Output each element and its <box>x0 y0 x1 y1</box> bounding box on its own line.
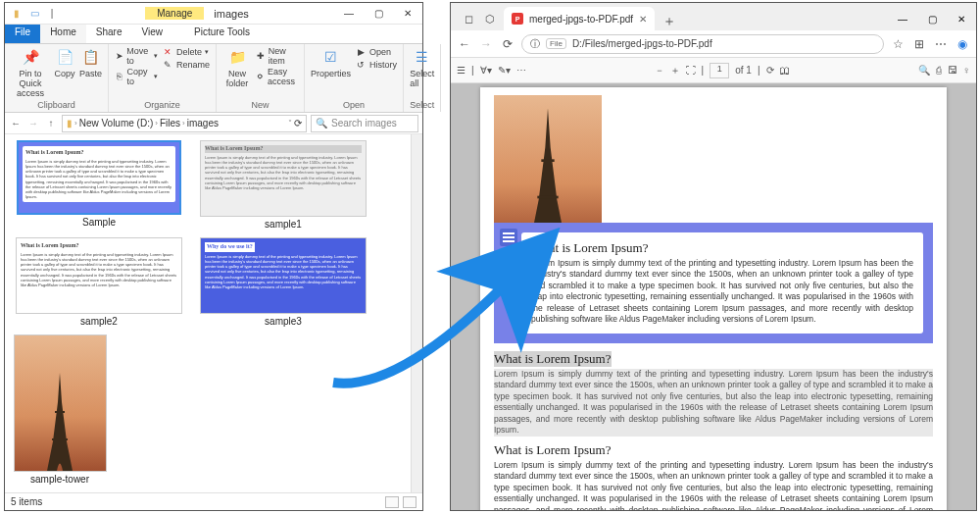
browser-tab[interactable]: P merged-jpgs-to-PDF.pdf ✕ <box>504 7 655 30</box>
rename-button[interactable]: ✎Rename <box>162 59 210 71</box>
crumb-files[interactable]: Files <box>160 118 180 128</box>
search-placeholder: Search images <box>331 118 397 128</box>
browser-toolbar: ← → ⟳ ⓘ File D:/Files/merged-jpgs-to-PDF… <box>451 30 976 58</box>
tab-share[interactable]: Share <box>86 25 132 43</box>
properties-qat-icon[interactable]: ▭ <box>26 6 42 22</box>
item-count: 5 items <box>11 496 42 507</box>
favorite-button[interactable]: ☆ <box>890 36 906 52</box>
file-label: sample3 <box>265 316 302 327</box>
tab-view[interactable]: View <box>132 25 173 43</box>
lorem-heading: What is Lorem Ipsum? <box>494 442 933 458</box>
crumb-volume[interactable]: New Volume (D:) <box>79 118 154 128</box>
search-input[interactable]: 🔍 Search images <box>311 115 418 132</box>
find-button[interactable]: 🔍 <box>918 65 930 76</box>
breadcrumb[interactable]: ▮ › New Volume (D:) › Files › images ˅ ⟳ <box>62 115 307 132</box>
browser-forward-button[interactable]: → <box>478 36 494 52</box>
refresh-button[interactable]: ⟳ <box>294 118 302 128</box>
new-tab-button[interactable]: ＋ <box>655 13 684 30</box>
address-bar: ← → ↑ ▮ › New Volume (D:) › Files › imag… <box>5 113 422 134</box>
folder-icon[interactable]: ▮ <box>9 6 24 22</box>
lorem-body: Lorem Ipsum is simply dummy text of the … <box>531 258 913 326</box>
page-input[interactable]: 1 <box>710 63 729 78</box>
browser-back-button[interactable]: ← <box>457 36 472 52</box>
save-button[interactable]: 🖫 <box>948 65 957 76</box>
browser-menu-button[interactable]: ⋯ <box>933 36 949 52</box>
tab-picture-tools[interactable]: Picture Tools <box>184 25 260 43</box>
manage-context-tab[interactable]: Manage <box>145 7 204 20</box>
details-view-button[interactable] <box>385 496 399 508</box>
history-button[interactable]: ↺History <box>355 59 397 71</box>
browser-refresh-button[interactable]: ⟳ <box>500 36 515 52</box>
fit-button[interactable]: ⛶ <box>686 65 696 76</box>
lorem-body: Lorem Ipsum is simply dummy text of the … <box>494 369 933 437</box>
copy-button[interactable]: 📄Copy <box>54 46 75 78</box>
arrow-annotation <box>323 255 539 392</box>
pdf-more-button[interactable]: ⋯ <box>516 65 526 76</box>
back-button[interactable]: ← <box>9 117 23 130</box>
profile-icon[interactable]: ◻ <box>461 11 476 26</box>
forward-button[interactable]: → <box>26 117 40 130</box>
collections-button[interactable]: ⊞ <box>911 36 927 52</box>
qat-separator: | <box>44 6 60 22</box>
copy-to-button[interactable]: ⎘Copy to ▾ <box>115 67 158 86</box>
thumbs-view-button[interactable] <box>403 496 416 508</box>
draw-undo-button[interactable]: ∀▾ <box>480 65 492 76</box>
zoom-in-button[interactable]: ＋ <box>670 64 680 77</box>
explorer-titlebar: ▮ ▭ | Manage images — ▢ ✕ <box>5 3 422 25</box>
pdf-menu-button[interactable]: ♀ <box>963 65 971 76</box>
file-info-icon: ⓘ <box>530 37 540 51</box>
browser-minimize-button[interactable]: — <box>888 7 917 30</box>
workspace-icon[interactable]: ⬡ <box>482 11 498 26</box>
file-label: Sample <box>82 217 116 228</box>
tab-home[interactable]: Home <box>40 25 86 43</box>
minimize-button[interactable]: — <box>334 3 364 25</box>
file-item-sample-tower[interactable]: sample-tower <box>11 334 109 485</box>
open-button[interactable]: ▶Open <box>355 46 397 58</box>
eiffel-image <box>494 95 602 242</box>
eiffel-tower-icon <box>45 373 74 471</box>
print-button[interactable]: ⎙ <box>936 65 942 76</box>
maximize-button[interactable]: ▢ <box>364 3 393 25</box>
browser-close-button[interactable]: ✕ <box>947 7 976 30</box>
read-aloud-button[interactable]: 🕮 <box>780 65 790 76</box>
url-scheme-chip: File <box>546 38 566 49</box>
file-item-sample2[interactable]: What is Lorem Ipsum?Lorem Ipsum is simpl… <box>11 237 187 327</box>
new-item-button[interactable]: ✚New item <box>256 46 298 66</box>
pin-quick-access-button[interactable]: 📌Pin to Quick access <box>11 46 50 98</box>
browser-tabstrip: ◻ ⬡ P merged-jpgs-to-PDF.pdf ✕ ＋ — ▢ ✕ <box>451 3 976 30</box>
search-icon: 🔍 <box>316 118 327 128</box>
tab-title: merged-jpgs-to-PDF.pdf <box>529 14 633 25</box>
folder-icon: ▮ <box>67 118 73 128</box>
close-button[interactable]: ✕ <box>393 3 422 25</box>
select-all-button[interactable]: ☰Select all <box>410 46 434 88</box>
lorem-body: Lorem Ipsum is simply dummy text of the … <box>494 460 933 510</box>
window-title: images <box>214 8 248 20</box>
easy-access-button[interactable]: ⭘Easy access <box>256 67 298 86</box>
file-item-sample1[interactable]: What is Lorem Ipsum?Lorem Ipsum is simpl… <box>195 140 371 230</box>
zoom-out-button[interactable]: － <box>655 64 664 77</box>
group-organize-label: Organize <box>144 100 180 110</box>
copilot-button[interactable]: ◉ <box>955 36 970 52</box>
pdf-page: What is Lorem Ipsum? Lorem Ipsum is simp… <box>480 87 947 510</box>
pdf-toolbar: ☰ | ∀▾ ✎▾ ⋯ － ＋ ⛶ | 1 of 1 | ⟳ 🕮 🔍 ⎙ 🖫 ♀ <box>451 58 976 83</box>
lorem-block-gray: What is Lorem Ipsum? Lorem Ipsum is simp… <box>494 349 933 437</box>
crumb-images[interactable]: images <box>187 118 219 128</box>
close-tab-button[interactable]: ✕ <box>639 14 647 25</box>
url-input[interactable]: ⓘ File D:/Files/merged-jpgs-to-PDF.pdf <box>521 34 884 54</box>
lorem-block-plain: What is Lorem Ipsum? Lorem Ipsum is simp… <box>494 442 933 510</box>
contents-button[interactable]: ☰ <box>457 65 466 76</box>
up-button[interactable]: ↑ <box>44 117 58 130</box>
properties-button[interactable]: ☑Properties <box>311 46 351 78</box>
rotate-button[interactable]: ⟳ <box>766 65 774 76</box>
draw-button[interactable]: ✎▾ <box>498 65 511 76</box>
paste-button[interactable]: 📋Paste <box>79 46 102 78</box>
ribbon: 📌Pin to Quick access 📄Copy 📋Paste Clipbo… <box>5 44 422 113</box>
move-to-button[interactable]: ➤Move to ▾ <box>115 46 158 66</box>
browser-maximize-button[interactable]: ▢ <box>917 7 947 30</box>
file-label: sample-tower <box>30 474 89 485</box>
delete-button[interactable]: ✕Delete ▾ <box>162 46 210 58</box>
tab-file[interactable]: File <box>5 25 40 43</box>
new-folder-button[interactable]: 📁New folder <box>222 46 252 88</box>
file-item-sample[interactable]: What is Lorem Ipsum?Lorem Ipsum is simpl… <box>11 140 187 230</box>
lorem-block-purple: What is Lorem Ipsum? Lorem Ipsum is simp… <box>494 223 933 343</box>
